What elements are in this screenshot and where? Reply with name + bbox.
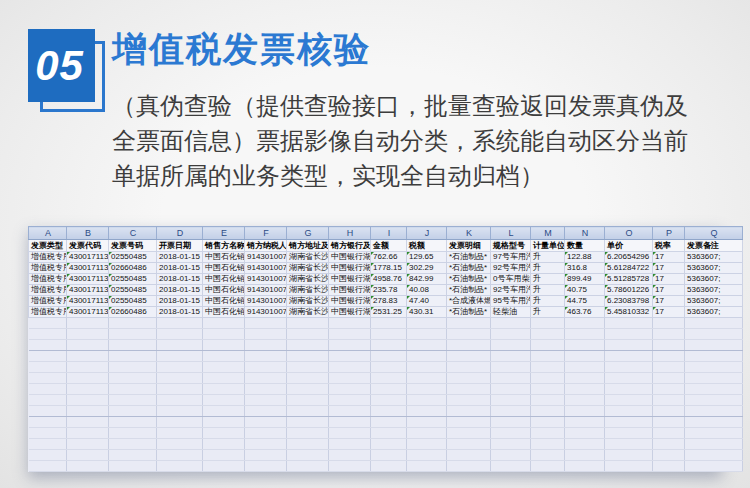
- slide-background: 05 增值税发票核验 （真伪查验（提供查验接口，批量查验返回发票真伪及 全票面信…: [0, 0, 750, 488]
- empty-cell: [531, 351, 565, 362]
- data-cell: 2018-01-15: [157, 252, 203, 263]
- empty-cell: [407, 450, 447, 461]
- empty-cell: [447, 428, 491, 439]
- empty-cell: [407, 406, 447, 417]
- empty-row: [29, 439, 743, 450]
- empty-cell: [203, 439, 245, 450]
- data-cell: 湖南省长沙: [287, 274, 329, 285]
- text-format-flag-icon: [565, 274, 568, 277]
- empty-cell: [287, 329, 329, 340]
- data-cell: *合成液体燃: [447, 296, 491, 307]
- empty-cell: [287, 428, 329, 439]
- empty-cell: [109, 318, 157, 329]
- empty-row: [29, 318, 743, 329]
- empty-cell: [605, 340, 653, 351]
- empty-cell: [565, 362, 605, 373]
- empty-cell: [29, 373, 67, 384]
- text-format-flag-icon: [109, 274, 112, 277]
- empty-cell: [245, 428, 287, 439]
- data-cell: 9143010071: [245, 252, 287, 263]
- data-cell: 2018-01-15: [157, 296, 203, 307]
- empty-cell: [407, 351, 447, 362]
- text-format-flag-icon: [109, 252, 112, 255]
- data-cell: 中国石化销: [203, 263, 245, 274]
- empty-cell: [203, 428, 245, 439]
- empty-cell: [329, 318, 371, 329]
- data-cell: 中国银行湖: [329, 274, 371, 285]
- empty-cell: [371, 450, 407, 461]
- empty-cell: [245, 340, 287, 351]
- empty-cell: [531, 373, 565, 384]
- data-cell: 升: [531, 296, 565, 307]
- empty-cell: [109, 450, 157, 461]
- data-cell: 增值税专用: [29, 307, 67, 318]
- empty-row: [29, 428, 743, 439]
- text-format-flag-icon: [109, 296, 112, 299]
- empty-cell: [605, 428, 653, 439]
- empty-cell: [447, 406, 491, 417]
- empty-cell: [491, 384, 531, 395]
- text-format-flag-icon: [67, 252, 70, 255]
- data-cell: 5363607;: [685, 274, 743, 285]
- empty-cell: [157, 318, 203, 329]
- data-cell: 湖南省长沙: [287, 307, 329, 318]
- empty-cell: [491, 406, 531, 417]
- data-cell: 2018-01-15: [157, 274, 203, 285]
- empty-cell: [565, 450, 605, 461]
- data-cell: 316.8: [565, 263, 605, 274]
- empty-cell: [203, 395, 245, 406]
- empty-cell: [29, 428, 67, 439]
- empty-cell: [371, 318, 407, 329]
- empty-cell: [67, 461, 109, 472]
- data-cell: 02550485: [109, 252, 157, 263]
- text-format-flag-icon: [565, 263, 568, 266]
- empty-cell: [29, 395, 67, 406]
- field-header-cell: 发票明细: [447, 240, 491, 252]
- empty-cell: [653, 417, 685, 428]
- text-format-flag-icon: [407, 296, 410, 299]
- empty-cell: [109, 428, 157, 439]
- field-header-cell: 数量: [565, 240, 605, 252]
- empty-cell: [67, 439, 109, 450]
- data-cell: 湖南省长沙: [287, 285, 329, 296]
- data-cell: 92号车用汽: [491, 263, 531, 274]
- data-cell: 463.76: [565, 307, 605, 318]
- field-header-cell: 发票代码: [67, 240, 109, 252]
- empty-cell: [203, 461, 245, 472]
- empty-cell: [565, 428, 605, 439]
- empty-cell: [653, 450, 685, 461]
- text-format-flag-icon: [371, 285, 374, 288]
- empty-cell: [157, 461, 203, 472]
- empty-cell: [29, 340, 67, 351]
- empty-cell: [109, 439, 157, 450]
- field-header-cell: 规格型号: [491, 240, 531, 252]
- empty-cell: [605, 450, 653, 461]
- data-cell: 9143010071: [245, 263, 287, 274]
- table-row: 增值税专用43001711300025504852018-01-15中国石化销9…: [29, 285, 743, 296]
- data-cell: 5363607;: [685, 307, 743, 318]
- empty-cell: [491, 439, 531, 450]
- empty-cell: [491, 461, 531, 472]
- data-cell: 湖南省长沙: [287, 252, 329, 263]
- empty-cell: [371, 384, 407, 395]
- data-cell: 17: [653, 252, 685, 263]
- empty-cell: [287, 395, 329, 406]
- empty-cell: [157, 439, 203, 450]
- empty-cell: [653, 329, 685, 340]
- text-format-flag-icon: [653, 274, 656, 277]
- description-text: （真伪查验（提供查验接口，批量查验返回发票真伪及 全票面信息）票据影像自动分类，…: [112, 88, 732, 193]
- empty-cell: [491, 329, 531, 340]
- empty-cell: [245, 439, 287, 450]
- empty-cell: [287, 406, 329, 417]
- text-format-flag-icon: [407, 274, 410, 277]
- data-cell: 278.83: [371, 296, 407, 307]
- data-cell: 中国石化销: [203, 296, 245, 307]
- empty-cell: [565, 384, 605, 395]
- empty-cell: [565, 329, 605, 340]
- data-cell: 增值税专用: [29, 296, 67, 307]
- data-cell: 02550485: [109, 296, 157, 307]
- empty-cell: [653, 395, 685, 406]
- empty-cell: [531, 329, 565, 340]
- column-letter: I: [371, 227, 407, 240]
- empty-cell: [329, 384, 371, 395]
